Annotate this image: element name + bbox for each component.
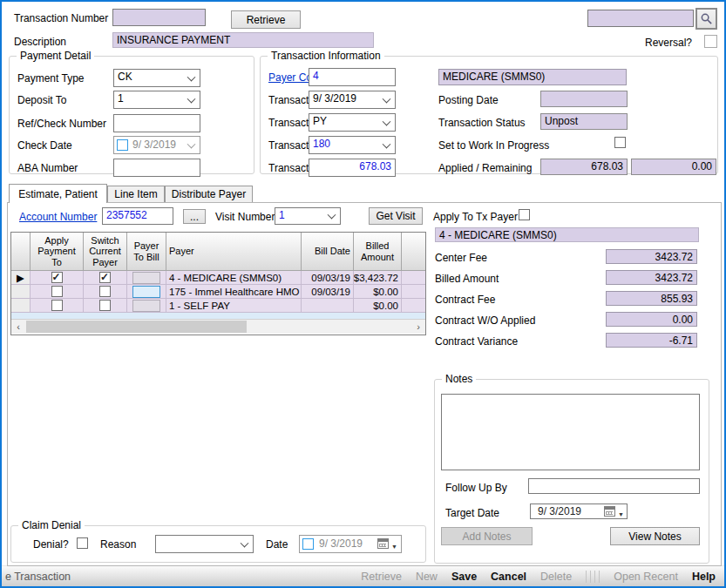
check-date-picker[interactable]: 9/ 3/2019 bbox=[113, 136, 200, 154]
claim-denial-group: Claim Denial Denial? Reason Date 9/ 3/20… bbox=[10, 525, 426, 563]
get-visit-button[interactable]: Get Visit bbox=[369, 207, 423, 225]
transaction-date-combo[interactable]: 9/ 3/2019 bbox=[309, 91, 396, 109]
wip-checkbox[interactable] bbox=[614, 137, 626, 148]
aba-number-input[interactable] bbox=[113, 159, 200, 177]
status-left-text: e Transaction bbox=[5, 571, 71, 583]
visit-number-label: Visit Number bbox=[215, 211, 275, 223]
status-open-recent[interactable]: Open Recent bbox=[614, 571, 678, 583]
denial-label: Denial? bbox=[33, 538, 69, 551]
payer-cell: 4 - MEDICARE (SMMS0) bbox=[166, 271, 302, 285]
notes-title: Notes bbox=[442, 373, 476, 385]
transaction-amount-input[interactable]: 678.03 bbox=[309, 159, 396, 177]
transaction-window: Transaction Number Retrieve Description … bbox=[0, 0, 726, 588]
account-number-input[interactable]: 2357552 bbox=[102, 207, 173, 225]
chevron-down-icon bbox=[187, 72, 196, 81]
apply-payment-checkbox[interactable] bbox=[51, 286, 63, 297]
apply-payment-checkbox[interactable] bbox=[51, 300, 63, 311]
reversal-label: Reversal? bbox=[645, 37, 692, 49]
payer-grid-header: Apply Payment To Switch Current Payer Pa… bbox=[11, 233, 425, 271]
switch-payer-checkbox[interactable] bbox=[99, 272, 111, 283]
target-date-label: Target Date bbox=[445, 507, 499, 519]
table-row[interactable]: 1 - SELF PAY $0.00 bbox=[11, 299, 425, 313]
bill-date-cell: 09/03/19 bbox=[302, 271, 354, 285]
deposit-to-combo[interactable]: 1 bbox=[113, 91, 200, 109]
contract-wo-applied-label: Contract W/O Applied bbox=[435, 314, 535, 327]
payer-search-input[interactable] bbox=[587, 10, 694, 27]
status-separators bbox=[586, 571, 600, 583]
tab-line-item[interactable]: Line Item bbox=[107, 186, 165, 203]
denial-date-picker[interactable]: 9/ 3/2019 ▼ bbox=[299, 535, 402, 553]
denial-reason-combo[interactable] bbox=[155, 535, 254, 553]
contract-fee-label: Contract Fee bbox=[435, 294, 495, 306]
table-row[interactable]: ▶ 4 - MEDICARE (SMMS0) 09/03/19 $3,423.7… bbox=[11, 271, 425, 285]
center-fee-value: 3423.72 bbox=[606, 249, 697, 264]
chevron-down-icon bbox=[383, 139, 391, 148]
chevron-down-icon bbox=[383, 117, 391, 125]
scrollbar-thumb[interactable] bbox=[26, 321, 247, 333]
notes-textarea[interactable] bbox=[441, 394, 700, 470]
add-notes-button[interactable]: Add Notes bbox=[441, 527, 533, 545]
horizontal-scrollbar[interactable]: ‹ › bbox=[11, 319, 425, 334]
denial-date-checkbox[interactable] bbox=[302, 538, 314, 550]
table-row[interactable]: 175 - Immel Healthcare HMO 09/03/19 $0.0… bbox=[11, 285, 425, 299]
transaction-number-input[interactable] bbox=[112, 9, 206, 26]
transaction-info-title: Transaction Information bbox=[268, 50, 384, 62]
col-payer-to-bill: Payer To Bill bbox=[127, 233, 166, 271]
account-lookup-button[interactable]: ... bbox=[183, 209, 206, 224]
status-delete[interactable]: Delete bbox=[540, 571, 572, 583]
payer-to-bill-cell[interactable] bbox=[132, 300, 160, 312]
visit-number-combo[interactable]: 1 bbox=[275, 207, 341, 225]
bill-date-cell bbox=[302, 299, 354, 313]
transaction-type-combo[interactable]: PY bbox=[309, 113, 396, 132]
chevron-down-icon bbox=[241, 538, 249, 547]
ref-check-number-label: Ref/Check Number bbox=[17, 118, 106, 130]
col-bill-date: Bill Date bbox=[302, 233, 354, 271]
tab-distribute-payer[interactable]: Distribute Payer bbox=[165, 186, 253, 203]
account-number-link[interactable]: Account Number bbox=[19, 211, 97, 223]
scroll-right-arrow[interactable]: › bbox=[411, 320, 425, 334]
contract-variance-value: -6.71 bbox=[606, 333, 697, 348]
transaction-code-combo[interactable]: 180 bbox=[309, 136, 396, 154]
center-fee-label: Center Fee bbox=[435, 252, 487, 264]
search-button[interactable] bbox=[695, 8, 717, 30]
apply-payment-checkbox[interactable] bbox=[51, 272, 63, 283]
billed-amount-cell: $3,423.72 bbox=[354, 271, 402, 285]
aba-number-label: ABA Number bbox=[17, 162, 78, 174]
switch-payer-checkbox[interactable] bbox=[99, 300, 111, 311]
denial-checkbox[interactable] bbox=[77, 537, 88, 549]
transaction-status-field: Unpost bbox=[540, 113, 628, 130]
reversal-checkbox[interactable] bbox=[704, 35, 717, 48]
apply-to-tx-payer-checkbox[interactable] bbox=[519, 209, 530, 220]
tab-estimate-patient[interactable]: Estimate, Patient bbox=[9, 184, 107, 203]
retrieve-button[interactable]: Retrieve bbox=[231, 10, 301, 29]
payer-to-bill-cell[interactable] bbox=[132, 286, 160, 298]
claim-denial-title: Claim Denial bbox=[18, 519, 85, 531]
payment-type-combo[interactable]: CK bbox=[113, 69, 200, 87]
deposit-to-label: Deposit To bbox=[17, 94, 66, 106]
switch-payer-checkbox[interactable] bbox=[99, 286, 111, 297]
col-apply-payment-to: Apply Payment To bbox=[31, 233, 84, 271]
check-date-checkbox[interactable] bbox=[117, 139, 128, 151]
scroll-left-arrow[interactable]: ‹ bbox=[11, 320, 25, 334]
ref-check-number-input[interactable] bbox=[113, 114, 200, 132]
contract-wo-applied-value: 0.00 bbox=[606, 312, 697, 327]
col-payer: Payer bbox=[166, 233, 302, 271]
status-retrieve[interactable]: Retrieve bbox=[361, 571, 402, 583]
chevron-down-icon bbox=[328, 211, 336, 220]
status-cancel[interactable]: Cancel bbox=[491, 571, 526, 583]
view-notes-button[interactable]: View Notes bbox=[610, 527, 700, 545]
chevron-down-icon bbox=[187, 94, 196, 103]
calendar-icon: ▼ bbox=[377, 538, 397, 551]
billed-amount-label: Billed Amount bbox=[435, 273, 499, 285]
target-date-picker[interactable]: 9/ 3/2019 ▼ bbox=[530, 504, 628, 519]
payer-name-field: MEDICARE (SMMS0) bbox=[438, 69, 627, 85]
row-selector-arrow: ▶ bbox=[11, 271, 31, 285]
status-save[interactable]: Save bbox=[451, 571, 477, 583]
follow-up-by-input[interactable] bbox=[528, 478, 700, 494]
payer-to-bill-cell[interactable] bbox=[132, 272, 160, 284]
payer-code-input[interactable]: 4 bbox=[309, 68, 396, 86]
billed-amount-cell: $0.00 bbox=[354, 299, 402, 313]
status-new[interactable]: New bbox=[416, 571, 438, 583]
search-icon bbox=[700, 12, 713, 25]
status-help[interactable]: Help bbox=[692, 571, 716, 583]
